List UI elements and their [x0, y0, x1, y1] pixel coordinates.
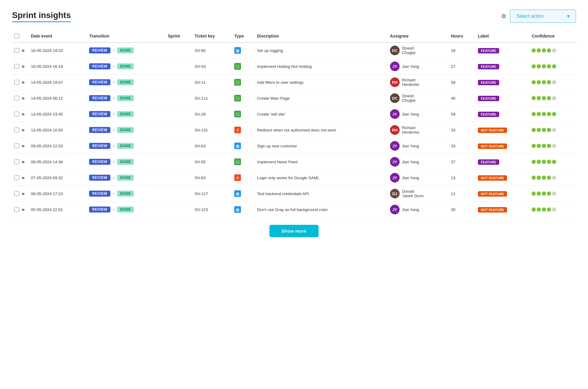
row-checkbox-cell: ▶ — [12, 154, 28, 170]
table-row: ▶ 16-05-2024 16:19 REVIEW → DONE SV-43 ◻… — [12, 59, 576, 74]
row-checkbox[interactable] — [14, 191, 19, 196]
filter-icon[interactable]: ⚙ — [501, 13, 506, 20]
label-badge: NOT FEATURE — [478, 175, 507, 181]
confidence-dot-filled — [542, 96, 546, 100]
row-checkbox[interactable] — [14, 143, 19, 148]
assignee-name: Donald'Jared' Dunn — [402, 189, 424, 198]
show-more-button[interactable]: Show more — [269, 225, 319, 237]
sprint-cell — [165, 90, 192, 106]
assignee-cell: JY Jian Yang — [388, 138, 448, 154]
confidence-cell — [529, 59, 576, 74]
confidence-cell — [529, 138, 576, 154]
arrow-icon: → — [112, 112, 116, 116]
done-badge: DONE — [117, 191, 134, 197]
confidence-dot-filled — [542, 207, 546, 212]
type-cell: ◻ — [232, 59, 255, 74]
confidence-dots — [532, 160, 574, 164]
confidence-dot-empty — [552, 207, 556, 212]
review-badge: REVIEW — [89, 63, 110, 69]
avatar: JY — [390, 109, 400, 119]
expand-button[interactable]: ▶ — [21, 111, 26, 117]
confidence-dot-filled — [537, 64, 541, 68]
confidence-dot-filled — [532, 80, 536, 84]
row-checkbox[interactable] — [14, 175, 19, 180]
row-checkbox[interactable] — [14, 96, 19, 101]
description-cell: Set up logging — [255, 42, 388, 59]
confidence-dot-filled — [552, 112, 556, 116]
description-cell: Login only works for Google SAML — [255, 170, 388, 186]
expand-button[interactable]: ▶ — [21, 64, 26, 69]
review-badge: REVIEW — [89, 79, 110, 85]
confidence-dot-filled — [547, 64, 551, 68]
date-event-cell: 05-05-2024 22:01 — [28, 202, 87, 218]
arrow-icon: → — [112, 48, 116, 53]
type-cell: ▦ — [232, 202, 255, 218]
expand-button[interactable]: ▶ — [21, 80, 26, 85]
avatar: RH — [390, 77, 400, 87]
confidence-cell — [529, 170, 576, 186]
row-checkbox[interactable] — [14, 128, 19, 132]
confidence-dot-filled — [537, 207, 541, 212]
row-checkbox[interactable] — [14, 48, 19, 53]
confidence-cell — [529, 186, 576, 202]
confidence-dot-filled — [537, 48, 541, 53]
expand-button[interactable]: ▶ — [21, 159, 26, 164]
expand-button[interactable]: ▶ — [21, 95, 26, 101]
confidence-dot-empty — [552, 128, 556, 132]
expand-button[interactable]: ▶ — [21, 127, 26, 133]
type-cell: ▦ — [232, 42, 255, 59]
row-checkbox[interactable] — [14, 112, 19, 116]
transition-cell: REVIEW → DONE — [87, 202, 165, 218]
row-checkbox[interactable] — [14, 207, 19, 212]
confidence-dot-filled — [547, 160, 551, 164]
select-action-button[interactable]: Select action ▾ — [510, 10, 576, 23]
description-cell: Redirect when not authorised does not wo… — [255, 122, 388, 138]
done-badge: DONE — [117, 95, 134, 101]
row-checkbox-cell: ▶ — [12, 138, 28, 154]
done-badge: DONE — [117, 207, 134, 213]
label-badge: FEATURE — [478, 48, 499, 53]
row-checkbox[interactable] — [14, 64, 19, 69]
assignee-cell: JY Jian Yang — [388, 154, 448, 170]
sprint-cell — [165, 202, 192, 218]
expand-button[interactable]: ▶ — [21, 48, 26, 53]
confidence-dot-filled — [537, 128, 541, 132]
page-container: Sprint insights ⚙ Select action ▾ Date e… — [0, 0, 588, 254]
assignee-cell: JY Jian Yang — [388, 59, 448, 74]
sprint-table: Date event Transition Sprint Ticket key … — [12, 30, 576, 218]
arrow-icon: → — [112, 128, 116, 132]
confidence-dot-empty — [552, 144, 556, 148]
description-cell: Create 'sell site' — [255, 106, 388, 122]
assignee-cell: JY Jian Yang — [388, 106, 448, 122]
date-event-cell: 14-05-2024 19:07 — [28, 74, 87, 90]
arrow-icon: → — [112, 207, 116, 212]
confidence-dot-filled — [547, 80, 551, 84]
confidence-dot-filled — [542, 64, 546, 68]
done-badge: DONE — [117, 159, 134, 165]
row-checkbox[interactable] — [14, 159, 19, 164]
review-badge: REVIEW — [89, 47, 110, 53]
expand-button[interactable]: ▶ — [21, 143, 26, 149]
task-icon: ▦ — [234, 47, 241, 54]
confidence-dot-filled — [537, 144, 541, 148]
done-badge: DONE — [117, 63, 134, 69]
expand-button[interactable]: ▶ — [21, 175, 26, 180]
arrow-icon: → — [112, 175, 116, 180]
confidence-dots — [532, 80, 574, 84]
row-checkbox[interactable] — [14, 80, 19, 85]
confidence-dot-filled — [542, 176, 546, 180]
table-row: ▶ 13-05-2024 23:45 REVIEW → DONE SV-29 ◻… — [12, 106, 576, 122]
assignee-name: Jian Yang — [402, 144, 419, 148]
done-badge: DONE — [117, 127, 134, 133]
confidence-dot-filled — [547, 128, 551, 132]
description-cell: Sign up new customer — [255, 138, 388, 154]
expand-button[interactable]: ▶ — [21, 207, 26, 212]
select-all-checkbox[interactable] — [14, 34, 19, 38]
expand-button[interactable]: ▶ — [21, 191, 26, 196]
show-more-row: Show more — [12, 218, 576, 244]
col-date-event: Date event — [28, 30, 87, 42]
review-badge: REVIEW — [89, 111, 110, 117]
confidence-dots — [532, 144, 574, 148]
confidence-dot-filled — [537, 160, 541, 164]
type-cell: ◻ — [232, 154, 255, 170]
